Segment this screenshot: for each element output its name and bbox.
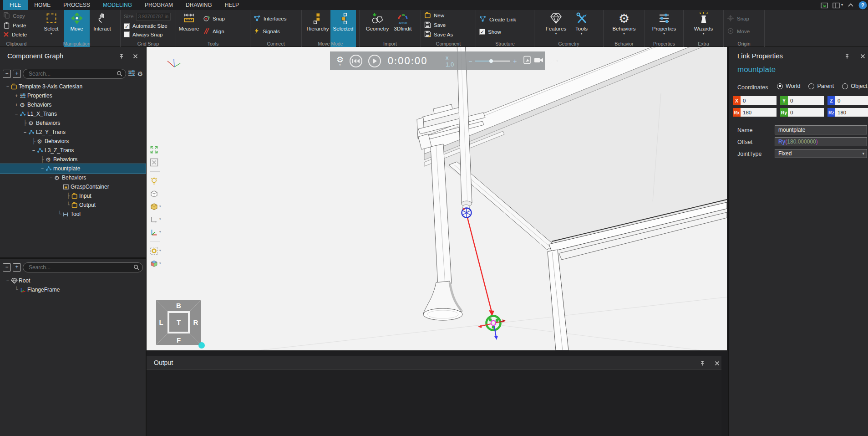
expand-all-button[interactable]: + xyxy=(13,70,21,78)
create-link-button[interactable]: Create Link xyxy=(479,15,531,23)
close-icon[interactable] xyxy=(131,52,139,60)
axis-field-rx[interactable]: Rx180 xyxy=(733,108,777,117)
export-pdf-icon[interactable] xyxy=(523,56,531,66)
tree-item-behaviors[interactable]: ├⚙Behaviors xyxy=(0,118,146,128)
select-button[interactable]: Select▾ xyxy=(39,10,64,40)
pin-icon[interactable] xyxy=(117,52,126,60)
lower-search[interactable] xyxy=(23,262,143,272)
tree-item-tool[interactable]: └Tool xyxy=(0,210,146,219)
origin-gizmo[interactable] xyxy=(478,316,506,340)
name-field[interactable]: mountplate xyxy=(775,125,867,134)
axis-field-x[interactable]: X0 xyxy=(733,96,777,105)
collapse-all-button[interactable]: − xyxy=(3,263,11,272)
search-input[interactable] xyxy=(23,69,126,79)
cube-solid-icon[interactable]: ▾ xyxy=(150,202,161,211)
reset-simulation-button[interactable] xyxy=(350,55,362,67)
tree-item-mountplate[interactable]: −mountplate xyxy=(0,164,146,173)
tree-item-l3-z-trans[interactable]: −L3_Z_Trans xyxy=(0,146,146,155)
tab-drawing[interactable]: DRAWING xyxy=(179,0,218,10)
coordinate-mode-object[interactable]: Object xyxy=(842,83,867,89)
search-input[interactable] xyxy=(23,262,143,272)
size-input[interactable]: 3.93700787 in xyxy=(136,13,171,21)
fill-view-icon[interactable] xyxy=(150,158,161,167)
fit-view-icon[interactable] xyxy=(150,145,161,154)
component-graph-search[interactable] xyxy=(23,69,126,79)
tree-item-l1-x-trans[interactable]: −L1_X_Trans xyxy=(0,109,146,118)
3d-viewport[interactable]: ⚙▾ 0:00:00 x 1.0 − + ▾ ▾▾▾▾▾ xyxy=(147,47,727,350)
expand-all-button[interactable]: + xyxy=(13,263,21,272)
tree-item-output[interactable]: └Output xyxy=(0,200,146,210)
coordinate-mode-parent[interactable]: Parent xyxy=(808,83,834,89)
snap-button[interactable]: Snap xyxy=(203,15,225,23)
light-icon[interactable] xyxy=(150,176,161,185)
tab-home[interactable]: HOME xyxy=(28,0,57,10)
filter-properties-icon[interactable] xyxy=(128,70,135,78)
tab-process[interactable]: PROCESS xyxy=(57,0,96,10)
tree-item-behaviors[interactable]: +⚙Behaviors xyxy=(0,100,146,109)
3d-scene[interactable] xyxy=(147,47,727,350)
tree-item-template-3-axis-cartesian[interactable]: −Template 3-Axis Cartesian xyxy=(0,82,146,91)
close-icon[interactable] xyxy=(858,52,867,60)
origin-snap-icon[interactable]: ▾ xyxy=(150,246,161,255)
wizards-button[interactable]: Wizards▾ xyxy=(691,10,716,40)
rgb-cube-icon[interactable]: ▾ xyxy=(150,259,161,268)
restore-window-icon[interactable] xyxy=(821,2,828,9)
record-video-icon[interactable] xyxy=(534,57,543,65)
tools-button[interactable]: Tools▾ xyxy=(569,10,594,40)
3d-view-export-icon[interactable]: ▾ xyxy=(547,57,558,65)
offset-field[interactable]: Ry(180.000000) xyxy=(775,137,867,146)
always-snap-checkbox[interactable]: ✓Always Snap xyxy=(124,31,162,37)
signals-button[interactable]: Signals xyxy=(254,27,298,35)
output-content[interactable] xyxy=(147,370,721,436)
mountplate-gizmo[interactable] xyxy=(462,208,472,218)
3dfindit-button[interactable]: 3Dfindit3Dfindit xyxy=(390,10,416,40)
tree-item-flangeframe[interactable]: └FlangeFrame xyxy=(0,285,146,294)
frame-move-icon[interactable]: ▾ xyxy=(150,215,161,224)
paste-button[interactable]: Paste xyxy=(3,22,30,30)
collapse-ribbon-icon[interactable] xyxy=(848,3,854,7)
play-button[interactable] xyxy=(368,55,381,67)
measure-button[interactable]: Measure xyxy=(176,10,202,40)
save-button[interactable]: Save xyxy=(424,21,472,29)
tree-item-graspcontainer[interactable]: −GraspContainer xyxy=(0,182,146,191)
automatic-size-checkbox[interactable]: ✓Automatic Size xyxy=(124,23,168,29)
settings-gear-icon[interactable]: ⚙ xyxy=(137,70,143,77)
cube-wire-icon[interactable] xyxy=(150,189,161,198)
show-checkbox[interactable]: ✓Show xyxy=(479,29,531,35)
tree-item-properties[interactable]: +Properties xyxy=(0,91,146,100)
axis-field-z[interactable]: Z0 xyxy=(827,96,868,105)
slider-handle[interactable] xyxy=(489,59,493,63)
navcube-home-dot[interactable] xyxy=(198,342,205,349)
navigation-cube[interactable]: B L T R F xyxy=(152,295,206,349)
axis-field-ry[interactable]: Ry0 xyxy=(780,108,824,117)
axis-field-rz[interactable]: Rz180 xyxy=(827,108,868,117)
properties-button[interactable]: Properties▾ xyxy=(651,10,677,40)
hierarchy-button[interactable]: Hierarchy xyxy=(305,10,330,40)
tree-item-l2-y-trans[interactable]: −L2_Y_Trans xyxy=(0,128,146,137)
axis-field-y[interactable]: Y0 xyxy=(780,96,824,105)
pin-icon[interactable] xyxy=(698,359,706,367)
new-button[interactable]: New xyxy=(424,12,472,20)
tree-item-behaviors[interactable]: ├⚙Behaviors xyxy=(0,137,146,146)
align-button[interactable]: Align xyxy=(203,27,225,36)
pin-icon[interactable] xyxy=(843,52,851,60)
interact-button[interactable]: Interact xyxy=(90,10,115,40)
features-button[interactable]: Features▾ xyxy=(543,10,569,40)
tree-item-root[interactable]: −Root xyxy=(0,276,146,285)
delete-button[interactable]: Delete xyxy=(3,31,30,38)
close-icon[interactable] xyxy=(713,359,721,367)
geometry-button[interactable]: Geometry xyxy=(365,10,390,40)
snap-button[interactable]: Snap xyxy=(727,15,761,23)
tab-file[interactable]: FILE xyxy=(3,0,28,10)
tab-program[interactable]: PROGRAM xyxy=(138,0,179,10)
copy-button[interactable]: Copy xyxy=(3,12,30,20)
tree-item-behaviors[interactable]: ├⚙Behaviors xyxy=(0,155,146,164)
interfaces-button[interactable]: Interfaces xyxy=(254,15,298,23)
panel-splitter[interactable] xyxy=(0,257,146,259)
jointtype-dropdown[interactable]: Fixed ▾ xyxy=(775,149,867,158)
collapse-all-button[interactable]: − xyxy=(3,70,11,78)
layout-window-icon[interactable]: ▾ xyxy=(832,2,843,9)
tab-modeling[interactable]: MODELING xyxy=(96,0,138,10)
frame-axes-icon[interactable]: ▾ xyxy=(150,227,161,236)
save-as-button[interactable]: Save As xyxy=(424,31,472,38)
